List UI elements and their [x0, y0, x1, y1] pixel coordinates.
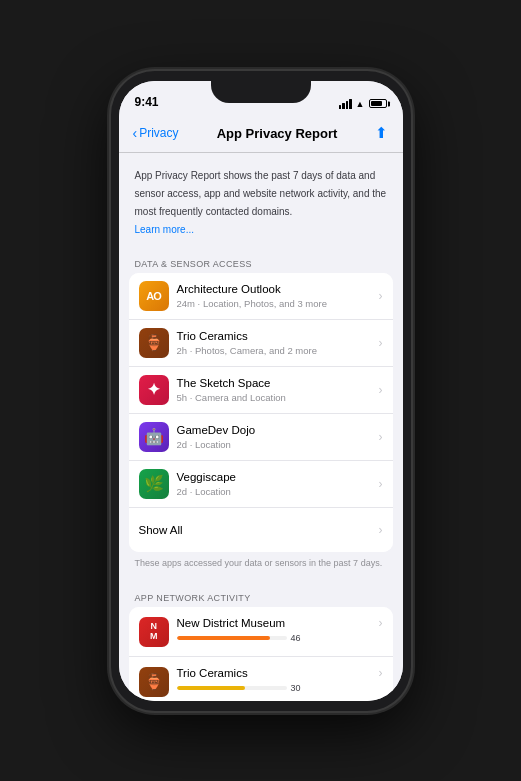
learn-more-link[interactable]: Learn more...: [135, 224, 194, 235]
data-sensor-header: DATA & SENSOR ACCESS: [119, 245, 403, 273]
app-detail: 2h · Photos, Camera, and 2 more: [177, 345, 375, 356]
app-name: Architecture Outlook: [177, 282, 375, 297]
bar-fill: [177, 636, 271, 640]
item-info-trio: Trio Ceramics 2h · Photos, Camera, and 2…: [177, 329, 375, 356]
app-name: Veggiscape: [177, 470, 375, 485]
chevron-right-icon: ›: [379, 523, 383, 537]
bar-track: [177, 686, 287, 690]
app-detail: 2d · Location: [177, 439, 375, 450]
app-icon-veggie: 🌿: [139, 469, 169, 499]
list-item[interactable]: 🤖 GameDev Dojo 2d · Location ›: [129, 414, 393, 461]
network-activity-list: NM New District Museum 46 ›: [129, 607, 393, 701]
ao-label: AO: [146, 290, 161, 302]
chevron-right-icon: ›: [379, 383, 383, 397]
bar-fill: [177, 686, 245, 690]
signal-bars-icon: [339, 99, 352, 109]
status-time: 9:41: [135, 95, 159, 111]
notch: [211, 81, 311, 103]
battery-icon: [369, 99, 387, 108]
back-label: Privacy: [139, 126, 178, 140]
intro-text: App Privacy Report shows the past 7 days…: [135, 170, 387, 217]
app-detail: 5h · Camera and Location: [177, 392, 375, 403]
phone-frame: 9:41 ▲ ‹ Privacy App Privacy Report: [111, 71, 411, 711]
app-icon-museum: NM: [139, 617, 169, 647]
intro-section: App Privacy Report shows the past 7 days…: [119, 153, 403, 245]
app-name: The Sketch Space: [177, 376, 375, 391]
show-all-button[interactable]: Show All ›: [129, 508, 393, 552]
item-info-trio2: Trio Ceramics 30: [177, 666, 375, 693]
bar-count: 30: [291, 683, 307, 693]
chevron-right-icon: ›: [379, 336, 383, 350]
app-name: Trio Ceramics: [177, 329, 375, 344]
list-item[interactable]: 🌿 Veggiscape 2d · Location ›: [129, 461, 393, 508]
network-bar-museum: 46: [177, 633, 375, 643]
list-item[interactable]: 🏺 Trio Ceramics 30 ›: [129, 657, 393, 701]
app-icon-gamedev: 🤖: [139, 422, 169, 452]
list-item[interactable]: 🏺 Trio Ceramics 2h · Photos, Camera, and…: [129, 320, 393, 367]
item-info-museum: New District Museum 46: [177, 616, 375, 643]
scroll-content[interactable]: App Privacy Report shows the past 7 days…: [119, 153, 403, 701]
back-button[interactable]: ‹ Privacy: [133, 125, 179, 141]
app-detail: 24m · Location, Photos, and 3 more: [177, 298, 375, 309]
app-name: GameDev Dojo: [177, 423, 375, 438]
app-icon-trio2: 🏺: [139, 667, 169, 697]
network-bar-trio: 30: [177, 683, 375, 693]
wifi-icon: ▲: [356, 99, 365, 109]
list-item[interactable]: NM New District Museum 46 ›: [129, 607, 393, 657]
item-info-sketch: The Sketch Space 5h · Camera and Locatio…: [177, 376, 375, 403]
status-icons: ▲: [339, 99, 387, 111]
data-sensor-footer: These apps accessed your data or sensors…: [119, 552, 403, 579]
chevron-right-icon: ›: [379, 289, 383, 303]
show-all-label: Show All: [139, 524, 183, 536]
app-name: Trio Ceramics: [177, 666, 375, 681]
item-info-veggie: Veggiscape 2d · Location: [177, 470, 375, 497]
bar-count: 46: [291, 633, 307, 643]
chevron-right-icon: ›: [379, 477, 383, 491]
bar-track: [177, 636, 287, 640]
list-item[interactable]: ✦ The Sketch Space 5h · Camera and Locat…: [129, 367, 393, 414]
app-icon-ao: AO: [139, 281, 169, 311]
app-icon-sketch: ✦: [139, 375, 169, 405]
data-sensor-list: AO Architecture Outlook 24m · Location, …: [129, 273, 393, 552]
item-info-gamedev: GameDev Dojo 2d · Location: [177, 423, 375, 450]
list-item[interactable]: AO Architecture Outlook 24m · Location, …: [129, 273, 393, 320]
chevron-right-icon: ›: [379, 430, 383, 444]
item-info-ao: Architecture Outlook 24m · Location, Pho…: [177, 282, 375, 309]
share-button[interactable]: ⬆: [375, 124, 388, 142]
chevron-right-icon: ›: [379, 616, 383, 630]
app-icon-trio: 🏺: [139, 328, 169, 358]
phone-screen: 9:41 ▲ ‹ Privacy App Privacy Report: [119, 81, 403, 701]
network-activity-header: APP NETWORK ACTIVITY: [119, 579, 403, 607]
app-detail: 2d · Location: [177, 486, 375, 497]
page-title: App Privacy Report: [217, 126, 338, 141]
back-chevron-icon: ‹: [133, 125, 138, 141]
nav-bar: ‹ Privacy App Privacy Report ⬆: [119, 115, 403, 153]
chevron-right-icon: ›: [379, 666, 383, 680]
app-name: New District Museum: [177, 616, 375, 631]
